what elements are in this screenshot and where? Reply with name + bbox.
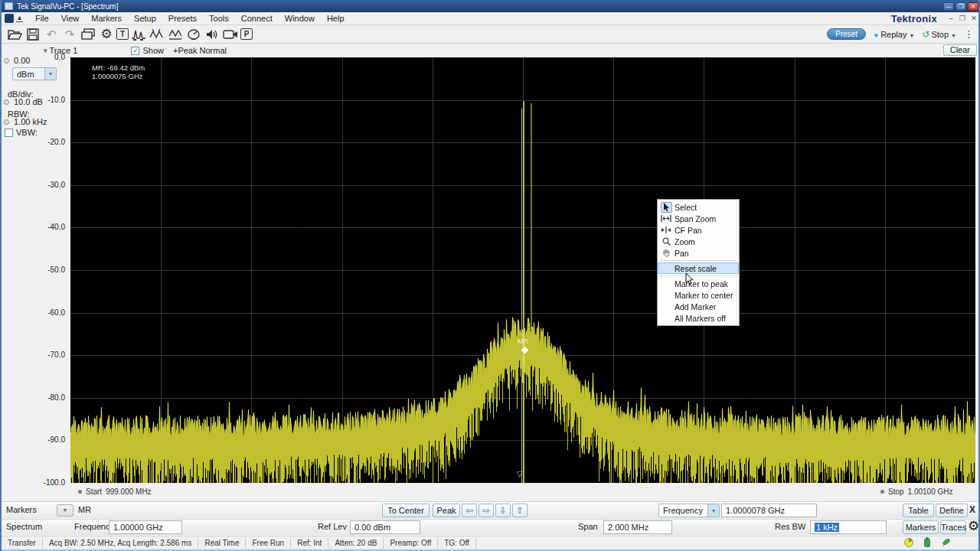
marker-down-button[interactable]: ⇩ [495,504,511,517]
menu-window[interactable]: Window [279,13,321,24]
context-menu-item-select[interactable]: Select [658,201,739,213]
child-minimize-button[interactable]: ‒ [946,15,956,22]
play-marker-icon[interactable]: P [240,28,253,40]
markers-dropdown-button[interactable]: ▼ [57,504,74,517]
status-ref: Ref: Int [291,538,328,549]
start-frequency-note: Start 999.000 MHz [78,487,152,496]
define-button[interactable]: Define [936,504,968,517]
replay-dropdown-icon[interactable]: ▼ [909,33,914,38]
replay-control[interactable]: ●Replay▼ [874,30,914,39]
table-button[interactable]: Table [903,504,934,517]
child-restore-button[interactable]: ❐ [958,15,967,22]
spectrum-settings-bar: Spectrum Frequency 1.00000 GHz Ref Lev 0… [2,519,980,535]
spectrum-icon[interactable] [130,27,147,42]
eject-icon[interactable]: ▲ [16,15,23,22]
marker-frequency-field[interactable]: 1.0000078 GHz [721,504,817,517]
marker-left-button[interactable]: ⇦ [462,504,477,517]
markers-close-button[interactable]: X [969,504,975,515]
context-menu-item-pan[interactable]: Pan [658,247,739,259]
context-menu: Select Span Zoom CF Pan Zoom Pan Reset s… [657,199,740,326]
marker-readout: MR: -69.42 dBm 1.0000075 GHz [92,64,145,80]
center-frequency-field[interactable]: 1.00000 GHz [109,520,182,534]
marker-readout-select-arrow-icon[interactable]: ▼ [707,504,719,517]
menu-setup[interactable]: Setup [128,13,162,24]
menu-markers[interactable]: Markers [85,13,128,24]
y-tick: -10.0 [30,96,65,104]
y-tick: 0.0 [30,53,65,61]
stop-dropdown-icon[interactable]: ▼ [951,33,956,38]
displays-icon[interactable] [80,27,96,42]
peak-button[interactable]: Peak [433,504,460,517]
stop-control[interactable]: ↺Stop▼ [922,29,956,40]
y-tick: -90.0 [30,435,65,444]
menu-view[interactable]: View [55,13,86,24]
pan-hand-icon [658,249,675,257]
spectrum-canvas[interactable] [70,57,975,483]
spectrum-bar-label: Spectrum [6,522,42,531]
context-menu-item-marker-to-center[interactable]: Marker to center [658,289,739,301]
marker-readout-select[interactable]: Frequency ▼ [658,504,720,517]
maximize-button[interactable]: ❐ [956,2,966,11]
show-checkbox[interactable]: ✓ [131,47,139,55]
selected-marker-value[interactable]: MR [78,505,91,514]
trace-settings-bar: ▾ Trace 1 ✓ Show +Peak Normal Clear [2,44,980,57]
ref-lev-field[interactable]: 0.00 dBm [350,520,420,534]
markers-panel-button[interactable]: Markers [903,520,939,534]
trace-math-icon[interactable] [167,27,184,42]
span-field[interactable]: 2.000 MHz [603,520,672,534]
leaf-icon [941,538,951,549]
menu-tools[interactable]: Tools [203,13,235,24]
child-close-button[interactable]: ✕ [969,15,978,22]
y-axis: 0.0 -10.0 -20.0 -30.0 -40.0 -50.0 -60.0 … [2,57,67,483]
context-menu-item-all-markers-off[interactable]: All Markers off [658,312,739,324]
trace-overlay-icon[interactable] [149,27,165,42]
settings-gear-icon[interactable]: ⚙ [98,27,115,42]
context-menu-item-cf-pan[interactable]: CF Pan [658,224,739,236]
stop-frequency-value[interactable]: 1.00100 GHz [908,487,953,496]
select-cursor-icon [661,202,672,213]
menu-help[interactable]: Help [321,13,351,24]
detector-label: +Peak Normal [173,46,227,55]
status-transfer: Transfer [2,538,43,549]
undo-icon[interactable]: ↶ [43,27,60,42]
document-icon [5,14,14,23]
traces-panel-button[interactable]: Traces [940,520,966,534]
main-toolbar: ↶ ↷ ⚙ T P Preset ●Replay▼ ↺Stop▼ ⋮ [2,25,980,44]
show-label: Show [142,46,164,55]
camera-icon[interactable] [222,27,239,42]
spectrum-plot[interactable]: MR: -69.42 dBm 1.0000075 GHz MR ▽ [70,57,975,483]
menu-connect[interactable]: Connect [235,13,279,24]
res-bw-selected-text: 1 kHz [815,523,839,532]
to-center-button[interactable]: To Center [382,504,430,517]
ref-lev-label: Ref Lev [318,522,347,531]
menu-file[interactable]: File [29,13,55,24]
marker-up-button[interactable]: ⇧ [512,504,528,517]
context-menu-item-span-zoom[interactable]: Span Zoom [658,213,739,224]
close-button[interactable]: ✕ [968,2,978,11]
context-menu-item-add-marker[interactable]: Add Marker [658,301,739,312]
minimize-button[interactable]: — [943,2,954,11]
menu-presets[interactable]: Presets [162,13,203,24]
save-icon[interactable] [24,27,41,42]
context-menu-item-reset-scale[interactable]: Reset scale [658,262,739,274]
y-tick: -50.0 [30,266,65,274]
replay-icon: ● [874,31,878,39]
res-bw-label: Res BW [775,522,805,531]
status-atten: Atten: 20 dB [328,538,384,549]
y-tick: -70.0 [30,350,65,359]
clear-button[interactable]: Clear [943,44,977,56]
context-menu-item-zoom[interactable]: Zoom [658,236,739,247]
overflow-menu-icon[interactable]: ⋮ [964,28,974,40]
marker-mr-label: MR [518,337,528,345]
audio-icon[interactable] [204,27,220,42]
start-frequency-value[interactable]: 999.000 MHz [106,487,151,496]
analysis-gear-icon[interactable]: ⚙ [968,518,979,534]
preset-button[interactable]: Preset [827,28,866,40]
meter-icon[interactable] [185,27,202,42]
marker-text-icon[interactable]: T [116,28,129,40]
redo-icon[interactable]: ↷ [61,27,78,42]
res-bw-field[interactable]: 1 kHz [810,520,887,534]
marker-right-button[interactable]: ⇨ [479,504,494,517]
context-menu-item-marker-to-peak[interactable]: Marker to peak [658,278,739,289]
open-icon[interactable] [6,27,23,42]
